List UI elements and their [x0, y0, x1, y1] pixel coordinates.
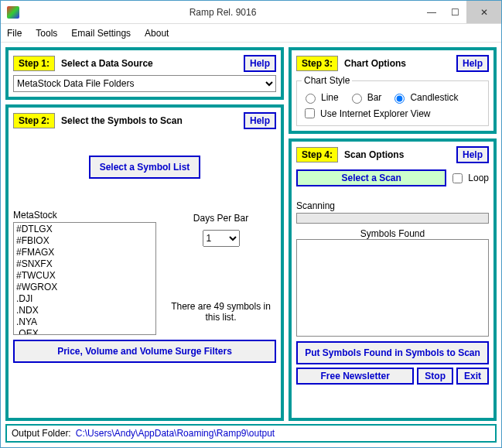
maximize-button[interactable]: ☐ — [443, 1, 466, 23]
days-per-bar-label: Days Per Bar — [166, 213, 276, 224]
chart-style-legend: Chart Style — [302, 75, 352, 86]
menu-tools[interactable]: Tools — [36, 28, 57, 39]
close-button[interactable]: ✕ — [466, 1, 501, 23]
stop-button[interactable]: Stop — [417, 368, 453, 385]
chart-style-group: Chart Style Line Bar Candlestick Use Int… — [296, 75, 489, 126]
list-item[interactable]: .NDX — [16, 305, 153, 316]
chart-style-line-radio[interactable] — [306, 94, 316, 104]
step4-help-button[interactable]: Help — [456, 146, 489, 163]
chart-style-line-label: Line — [321, 92, 339, 103]
output-folder-row: Output Folder: C:\Users\Andy\AppData\Roa… — [5, 424, 497, 443]
list-item[interactable]: #DTLGX — [16, 224, 153, 235]
list-item[interactable]: #WGROX — [16, 282, 153, 293]
list-item[interactable]: #FMAGX — [16, 247, 153, 258]
step4-label: Scan Options — [344, 149, 450, 160]
symbol-count-message: There are 49 symbols in this list. — [166, 301, 276, 323]
menu-email-settings[interactable]: Email Settings — [71, 28, 131, 39]
list-item[interactable]: .DJI — [16, 293, 153, 305]
symbol-listbox[interactable]: #DTLGX #FBIOX #FMAGX #SNXFX #TWCUX #WGRO… — [13, 222, 156, 335]
days-per-bar-select[interactable]: 1 — [203, 230, 240, 247]
step4-panel: Step 4: Scan Options Help Select a Scan … — [289, 139, 497, 421]
loop-checkbox[interactable] — [452, 173, 463, 183]
step2-help-button[interactable]: Help — [244, 112, 276, 129]
menu-about[interactable]: About — [145, 28, 169, 39]
list-item[interactable]: #SNXFX — [16, 258, 153, 270]
menu-file[interactable]: File — [7, 28, 22, 39]
step1-help-button[interactable]: Help — [244, 55, 276, 72]
output-folder-label: Output Folder: — [12, 428, 71, 439]
step3-help-button[interactable]: Help — [456, 55, 489, 72]
window-title: Ramp Rel. 9016 — [26, 7, 420, 18]
symbols-found-label: Symbols Found — [296, 228, 489, 239]
filters-button[interactable]: Price, Volume and Volume Surge Filters — [13, 340, 276, 363]
symbol-list-caption: MetaStock — [13, 210, 156, 221]
exit-button[interactable]: Exit — [456, 368, 489, 385]
step1-badge: Step 1: — [13, 56, 55, 71]
step3-panel: Step 3: Chart Options Help Chart Style L… — [289, 47, 497, 134]
step3-badge: Step 3: — [296, 56, 338, 71]
ie-view-label: Use Internet Explorer View — [320, 108, 431, 119]
scan-progress — [296, 213, 489, 224]
put-symbols-button[interactable]: Put Symbols Found in Symbols to Scan — [296, 341, 489, 364]
ie-view-checkbox[interactable] — [305, 108, 315, 118]
step3-label: Chart Options — [344, 58, 450, 69]
step2-badge: Step 2: — [13, 113, 55, 128]
list-item[interactable]: .OEX — [16, 328, 153, 335]
list-item[interactable]: .NYA — [16, 316, 153, 328]
step2-panel: Step 2: Select the Symbols to Scan Help … — [5, 104, 284, 421]
select-symbol-list-button[interactable]: Select a Symbol List — [89, 156, 201, 179]
symbols-found-listbox[interactable] — [296, 239, 489, 337]
main-window: Ramp Rel. 9016 — ☐ ✕ File Tools Email Se… — [0, 0, 502, 448]
step4-badge: Step 4: — [296, 147, 338, 162]
minimize-button[interactable]: — — [420, 1, 443, 23]
loop-label: Loop — [468, 173, 489, 183]
chart-style-candlestick-radio[interactable] — [394, 94, 405, 104]
chart-style-bar-radio[interactable] — [352, 94, 362, 104]
chart-style-candlestick-label: Candlestick — [410, 92, 458, 103]
list-item[interactable]: #TWCUX — [16, 270, 153, 282]
step2-label: Select the Symbols to Scan — [61, 115, 237, 126]
output-folder-path[interactable]: C:\Users\Andy\AppData\Roaming\Ramp9\outp… — [76, 428, 275, 439]
chart-style-bar-label: Bar — [367, 92, 382, 103]
newsletter-button[interactable]: Free Newsletter — [296, 368, 414, 385]
data-source-select[interactable]: MetaStock Data File Folders — [13, 75, 276, 92]
select-scan-button[interactable]: Select a Scan — [296, 169, 446, 186]
step1-label: Select a Data Source — [61, 58, 237, 69]
titlebar: Ramp Rel. 9016 — ☐ ✕ — [1, 1, 501, 24]
menubar: File Tools Email Settings About — [1, 24, 501, 43]
step1-panel: Step 1: Select a Data Source Help MetaSt… — [5, 47, 284, 100]
scanning-label: Scanning — [296, 200, 489, 211]
app-icon — [7, 6, 19, 19]
list-item[interactable]: #FBIOX — [16, 235, 153, 247]
